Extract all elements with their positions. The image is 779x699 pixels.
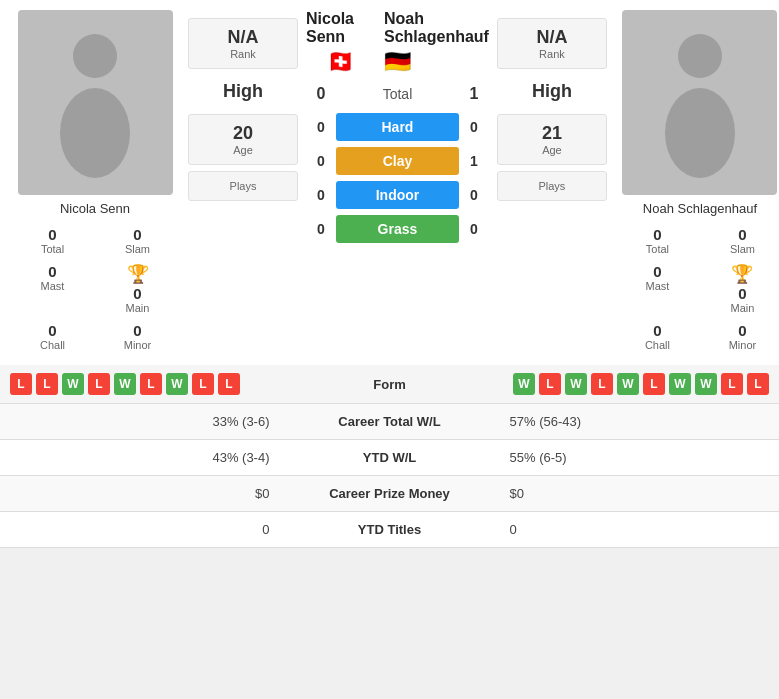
right-main-label: Main [731,302,755,314]
form-row: L L W L W L W L L Form W L W L W L W W L [0,365,779,404]
hard-badge: Hard [336,113,459,141]
prize-money-right: $0 [490,486,766,501]
left-form-5: W [114,373,136,395]
right-player-stats-grid: 0 Total 0 Slam 0 Mast 🏆 0 Main 0 [615,222,779,355]
ytd-titles-left: 0 [14,522,290,537]
form-label: Form [325,377,455,392]
left-form-2: L [36,373,58,395]
right-player-name: Noah Schlagenhauf [643,201,757,216]
svg-point-2 [678,34,722,78]
left-form-7: W [166,373,188,395]
ytd-titles-right: 0 [490,522,766,537]
left-total-score: 0 [306,85,336,103]
left-main-value: 0 [133,285,141,302]
career-wl-right: 57% (56-43) [490,414,766,429]
right-player-photo [622,10,777,195]
right-form-1: W [513,373,535,395]
left-plays-label: Plays [230,180,257,192]
surface-row-grass: 0 Grass 0 [306,213,489,245]
prize-money-row: $0 Career Prize Money $0 [0,476,779,512]
career-wl-row: 33% (3-6) Career Total W/L 57% (56-43) [0,404,779,440]
left-form-8: L [192,373,214,395]
left-player-card: Nicola Senn 0 Total 0 Slam 0 Mast 🏆 0 M [10,10,180,355]
right-form-8: W [695,373,717,395]
right-main-value: 0 [738,285,746,302]
left-rank-value: N/A [228,27,259,48]
right-form-4: L [591,373,613,395]
surface-row-indoor: 0 Indoor 0 [306,179,489,211]
left-stat-main-trophy: 🏆 0 Main [95,259,180,318]
right-form-2: L [539,373,561,395]
right-rank-box: N/A Rank [497,18,607,69]
svg-point-0 [73,34,117,78]
grass-left-score: 0 [306,221,336,237]
left-mast-label: Mast [41,280,65,292]
clay-left-score: 0 [306,153,336,169]
right-total-value: 0 [653,226,661,243]
hard-right-score: 0 [459,119,489,135]
left-form-3: W [62,373,84,395]
right-slam-value: 0 [738,226,746,243]
prize-money-left: $0 [14,486,290,501]
left-player-silhouette [45,28,145,178]
right-total-score: 1 [459,85,489,103]
right-age-value: 21 [542,123,562,144]
left-rank-box: N/A Rank [188,18,298,69]
left-player-header: Nicola Senn 🇨🇭 [306,10,364,75]
right-player-header: Noah Schlagenhauf 🇩🇪 [374,10,489,75]
left-mid-stats: N/A Rank High 20 Age Plays [188,10,298,355]
bottom-stats: L L W L W L W L L Form W L W L W L W W L [0,365,779,548]
grass-right-score: 0 [459,221,489,237]
left-stat-mast: 0 Mast [10,259,95,318]
right-form-6: L [643,373,665,395]
right-chall-value: 0 [653,322,661,339]
right-stat-main-trophy: 🏆 0 Main [700,259,779,318]
right-header-name: Noah Schlagenhauf [384,10,489,46]
indoor-right-score: 0 [459,187,489,203]
svg-point-3 [665,88,735,178]
right-player-silhouette [650,28,750,178]
left-form-1: L [10,373,32,395]
left-plays-box: Plays [188,171,298,201]
left-main-label: Main [126,302,150,314]
surface-row-hard: 0 Hard 0 [306,111,489,143]
left-header-name: Nicola Senn [306,10,354,46]
right-total-label: Total [646,243,669,255]
left-trophy-icon: 🏆 [127,263,149,285]
right-stat-slam: 0 Slam [700,222,779,259]
left-player-photo [18,10,173,195]
left-flag: 🇨🇭 [327,49,354,75]
ytd-wl-right: 55% (6-5) [490,450,766,465]
svg-point-1 [60,88,130,178]
main-container: Nicola Senn 0 Total 0 Slam 0 Mast 🏆 0 M [0,0,779,548]
right-form-9: L [721,373,743,395]
right-rank-label: Rank [539,48,565,60]
right-plays-label: Plays [538,180,565,192]
right-age-label: Age [542,144,562,156]
ytd-titles-row: 0 YTD Titles 0 [0,512,779,548]
hard-left-score: 0 [306,119,336,135]
clay-badge: Clay [336,147,459,175]
left-chall-value: 0 [48,322,56,339]
left-rank-label: Rank [230,48,256,60]
left-form-4: L [88,373,110,395]
right-form-5: W [617,373,639,395]
ytd-wl-row: 43% (3-4) YTD W/L 55% (6-5) [0,440,779,476]
career-wl-label: Career Total W/L [290,414,490,429]
indoor-left-score: 0 [306,187,336,203]
left-form-6: L [140,373,162,395]
surface-row-clay: 0 Clay 1 [306,145,489,177]
left-minor-value: 0 [133,322,141,339]
right-stat-mast: 0 Mast [615,259,700,318]
right-stat-total: 0 Total [615,222,700,259]
right-age-box: 21 Age [497,114,607,165]
right-chall-label: Chall [645,339,670,351]
right-minor-value: 0 [738,322,746,339]
left-mast-value: 0 [48,263,56,280]
right-player-card: Noah Schlagenhauf 0 Total 0 Slam 0 Mast … [615,10,779,355]
surface-rows: 0 Hard 0 0 Clay 1 0 Indoor 0 0 Grass [306,111,489,245]
total-label: Total [383,86,413,102]
top-section: Nicola Senn 0 Total 0 Slam 0 Mast 🏆 0 M [0,0,779,355]
ytd-wl-left: 43% (3-4) [14,450,290,465]
grass-badge: Grass [336,215,459,243]
